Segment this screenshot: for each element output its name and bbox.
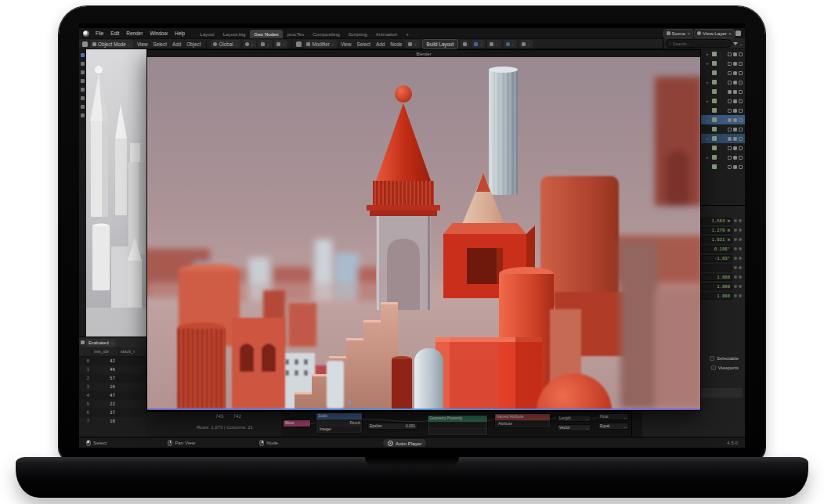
eye-icon[interactable]: [733, 81, 737, 85]
column-inst-idx[interactable]: inst_idx: [92, 347, 118, 356]
checkbox-icon[interactable]: [728, 90, 732, 94]
viewport-editor-type-icon[interactable]: [82, 41, 88, 47]
scene-selector[interactable]: Scene ✕: [663, 29, 694, 38]
node-scale[interactable]: Scale Result Integer: [316, 412, 363, 434]
animate-icon[interactable]: [734, 275, 737, 279]
eye-icon[interactable]: [733, 90, 737, 94]
camera-icon[interactable]: [739, 118, 743, 122]
scale-z-field[interactable]: 1.000: [701, 293, 732, 300]
tab-scripting[interactable]: Scripting: [345, 30, 371, 38]
animate-icon[interactable]: [734, 266, 737, 269]
location-y-field[interactable]: 1.279 m: [701, 227, 732, 234]
tool-scale-icon[interactable]: [81, 88, 85, 92]
checkbox-icon[interactable]: [728, 165, 732, 169]
node-tree-type[interactable]: Modifier⌄: [304, 40, 337, 49]
camera-icon[interactable]: [739, 52, 743, 56]
shading-options[interactable]: ⌄: [504, 40, 517, 49]
column-stack-t[interactable]: stack_t: [118, 347, 145, 356]
lock-icon[interactable]: [739, 238, 742, 241]
node-field[interactable]: [429, 423, 486, 428]
scene-unlink-icon[interactable]: ✕: [687, 31, 690, 36]
build-layout-button[interactable]: Build Layout: [422, 39, 459, 49]
tool-transform-icon[interactable]: [81, 96, 85, 100]
camera-icon[interactable]: [739, 146, 743, 150]
eye-icon[interactable]: [733, 99, 737, 103]
camera-icon[interactable]: [739, 90, 743, 94]
lock-icon[interactable]: [739, 275, 742, 279]
node-editor-type-icon[interactable]: [296, 41, 302, 47]
lock-icon[interactable]: [739, 285, 742, 288]
camera-icon[interactable]: [739, 62, 743, 66]
checkbox-icon[interactable]: [728, 128, 732, 131]
checkbox-icon[interactable]: [728, 62, 732, 66]
menu-window[interactable]: Window: [146, 28, 171, 38]
tool-select-icon[interactable]: [81, 53, 85, 57]
overlays-toggle[interactable]: ⌄: [487, 40, 501, 49]
node-select-length[interactable]: Length⌄: [557, 415, 591, 422]
eye-icon[interactable]: [733, 109, 737, 113]
eye-icon[interactable]: [733, 146, 737, 150]
node-field-epsilon[interactable]: Epsilon0.001: [367, 423, 417, 430]
tool-annotate-icon[interactable]: [81, 105, 85, 109]
checkbox-icon[interactable]: [710, 356, 714, 361]
node-mixer[interactable]: Mixer: [283, 419, 311, 427]
camera-icon[interactable]: [739, 81, 743, 85]
viewport-menu-view[interactable]: View: [136, 41, 150, 47]
viewport-menu-add[interactable]: Add: [171, 41, 183, 47]
checkbox-icon[interactable]: [728, 81, 732, 85]
outliner-search-input[interactable]: ⌕ Search...: [666, 39, 732, 48]
render-window-titlebar[interactable]: Blender: [147, 50, 700, 57]
node-geometry-proximity[interactable]: Geometry Proximity: [427, 415, 488, 436]
eye-icon[interactable]: [733, 128, 737, 131]
chevron-down-icon[interactable]: ⌄: [739, 41, 743, 46]
menu-render[interactable]: Render: [123, 28, 146, 38]
camera-icon[interactable]: [739, 137, 743, 141]
lock-icon[interactable]: [739, 257, 742, 260]
node-select-vector[interactable]: Vector⌄: [557, 424, 591, 431]
node-select-equal[interactable]: Equal⌄: [598, 423, 629, 430]
gizmos-toggle[interactable]: ⌄: [519, 40, 533, 49]
location-z-field[interactable]: 1.031 m: [701, 236, 732, 243]
eye-icon[interactable]: [733, 165, 737, 169]
camera-icon[interactable]: [739, 99, 743, 103]
node-menu-add[interactable]: Add: [374, 41, 386, 47]
tab-proctex[interactable]: procTex: [284, 30, 309, 38]
lock-icon[interactable]: [739, 247, 742, 250]
eye-icon[interactable]: [733, 71, 737, 75]
node-select-float[interactable]: Float⌄: [598, 413, 629, 420]
table-row[interactable]: 257: [79, 374, 146, 383]
mode-select[interactable]: Object Mode⌄: [90, 40, 133, 49]
scale-x-field[interactable]: 1.000: [701, 274, 732, 281]
tab-layout[interactable]: Layout: [196, 30, 219, 38]
pivot-select[interactable]: ⌄: [243, 40, 256, 49]
screen-layout-icon[interactable]: [735, 31, 741, 36]
tab-add-workspace[interactable]: +: [402, 30, 413, 38]
eye-icon[interactable]: [733, 156, 737, 160]
tool-cursor-icon[interactable]: [81, 62, 85, 66]
checkbox-icon[interactable]: [728, 99, 732, 103]
viewport-menu-object[interactable]: Object: [185, 41, 202, 47]
checkbox-icon[interactable]: [728, 109, 732, 113]
node-menu-node[interactable]: Node: [389, 41, 403, 47]
eye-icon[interactable]: [733, 62, 737, 66]
node-field[interactable]: [429, 429, 486, 434]
table-row[interactable]: 146: [79, 365, 146, 374]
dataset-selector[interactable]: Evaluated⌄: [86, 339, 116, 347]
tab-animation[interactable]: Animation: [372, 30, 402, 38]
node-menu-view[interactable]: View: [339, 41, 353, 47]
snap-toggle[interactable]: ⌄: [258, 40, 272, 49]
animate-icon[interactable]: [734, 229, 737, 232]
node-field-attribute[interactable]: Attribute: [497, 421, 548, 427]
pin-toggle[interactable]: [461, 40, 469, 49]
table-row[interactable]: 447: [79, 391, 146, 400]
checkbox-icon[interactable]: [728, 156, 732, 160]
table-row[interactable]: 042: [79, 357, 146, 365]
tool-rotate-icon[interactable]: [81, 79, 85, 83]
camera-icon[interactable]: [739, 71, 743, 75]
lock-icon[interactable]: [739, 219, 742, 222]
animate-icon[interactable]: [734, 219, 737, 222]
menu-file[interactable]: File: [92, 28, 107, 38]
rotation-mode-select[interactable]: [701, 265, 732, 272]
table-row[interactable]: 718: [79, 417, 146, 426]
lock-icon[interactable]: [739, 266, 742, 269]
